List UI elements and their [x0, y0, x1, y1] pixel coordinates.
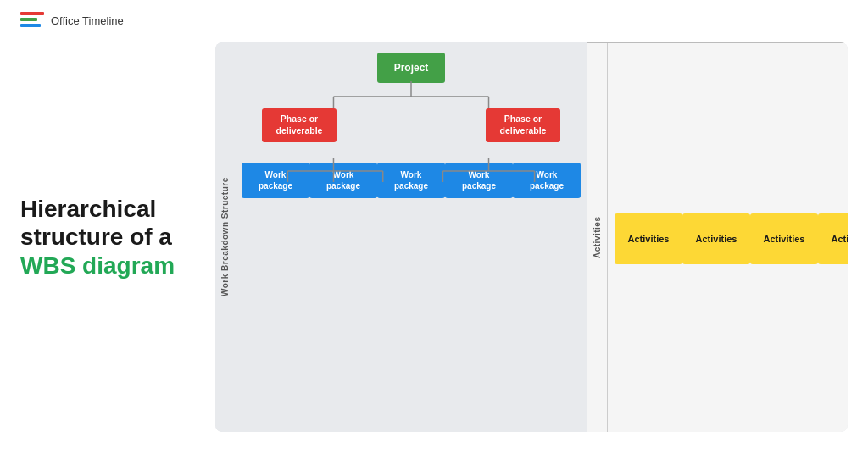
connector-svg — [235, 42, 587, 432]
left-panel: Hierarchical structure of a WBS diagram — [20, 195, 190, 280]
activity-node-4: Activities — [818, 213, 848, 264]
work-package-5: Workpackage — [513, 163, 581, 198]
work-package-2: Workpackage — [309, 163, 377, 198]
level-0: Project — [242, 53, 581, 83]
phase-node-2: Phase ordeliverable — [486, 108, 560, 142]
work-package-4: Workpackage — [445, 163, 513, 198]
work-package-3: Workpackage — [377, 163, 445, 198]
logo-icon — [20, 12, 44, 29]
logo-text: Office Timeline — [51, 14, 124, 27]
activities-content: Activities Activities Activities Activit… — [608, 43, 848, 432]
activities-section: Activities Activities Activities Activit… — [587, 42, 848, 432]
activity-node-3: Activities — [750, 213, 818, 264]
project-node: Project — [377, 53, 445, 83]
title-line1: Hierarchical structure of a WBS diagram — [20, 195, 190, 280]
activity-node-2: Activities — [682, 213, 750, 264]
work-package-1: Workpackage — [242, 163, 309, 198]
wbs-section: Work Breakdown Structure — [215, 42, 587, 432]
level-1: Phase ordeliverable Phase ordeliverable — [242, 108, 581, 142]
wbs-content: Project Phase ordeliverable Phase ordeli… — [235, 42, 587, 432]
page: Office Timeline Hierarchical structure o… — [0, 0, 868, 454]
diagram-area: Work Breakdown Structure — [215, 42, 848, 432]
activities-label: Activities — [587, 43, 608, 432]
activity-node-1: Activities — [615, 213, 682, 264]
main-content: Hierarchical structure of a WBS diagram … — [0, 29, 868, 454]
title-wbs: WBS diagram — [20, 252, 175, 279]
level-2: Workpackage Workpackage Workpackage Work… — [242, 163, 581, 198]
header: Office Timeline — [0, 0, 868, 29]
wbs-label: Work Breakdown Structure — [215, 42, 235, 432]
phase-node-1: Phase ordeliverable — [262, 108, 337, 142]
